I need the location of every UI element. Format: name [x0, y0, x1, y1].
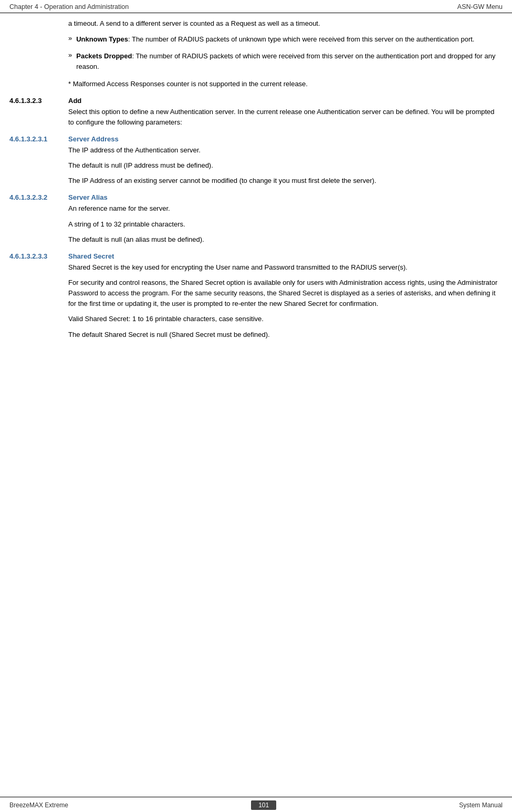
shared-secret-para-1: Shared Secret is the key used for encryp…	[68, 262, 500, 273]
section-461231-title: Server Address	[68, 135, 119, 143]
section-461232-number: 4.6.1.3.2.3.2	[0, 193, 68, 201]
bullet-packets-dropped: » Packets Dropped: The number of RADIUS …	[68, 51, 500, 72]
section-46123-desc: Select this option to define a new Authe…	[68, 107, 500, 128]
term-unknown-types: Unknown Types	[76, 35, 128, 43]
page-footer: BreezeMAX Extreme 101 System Manual	[0, 797, 512, 812]
section-461233-title: Shared Secret	[68, 252, 114, 260]
server-addr-para-2: The default is null (IP address must be …	[68, 160, 500, 171]
section-461232-row: 4.6.1.3.2.3.2 Server Alias	[0, 193, 512, 201]
bullet-desc-1: : The number of RADIUS packets of unknow…	[128, 35, 474, 43]
section-46123-title: Add	[68, 97, 81, 105]
section-461232-title: Server Alias	[68, 193, 108, 201]
term-packets-dropped: Packets Dropped	[76, 52, 132, 60]
bullet-text-2: Packets Dropped: The number of RADIUS pa…	[76, 51, 500, 72]
page-header: Chapter 4 - Operation and Administration…	[0, 0, 512, 13]
bullet-desc-2: : The number of RADIUS packets of which …	[76, 52, 495, 70]
section-461231-row: 4.6.1.3.2.3.1 Server Address	[0, 135, 512, 143]
shared-secret-para-2: For security and control reasons, the Sh…	[68, 277, 500, 309]
intro-para: a timeout. A send to a different server …	[68, 18, 500, 29]
server-alias-para-3: The default is null (an alias must be de…	[68, 234, 500, 245]
footer-manual: System Manual	[459, 801, 503, 809]
section-461232-content: An reference name for the server. A stri…	[68, 203, 500, 244]
header-chapter: Chapter 4 - Operation and Administration	[9, 3, 129, 11]
server-addr-para-3: The IP Address of an existing server can…	[68, 176, 500, 186]
note-line: * Malformed Access Responses counter is …	[68, 79, 500, 89]
section-461231-number: 4.6.1.3.2.3.1	[0, 135, 68, 143]
section-46123-content: Select this option to define a new Authe…	[68, 107, 500, 128]
section-461233-number: 4.6.1.3.2.3.3	[0, 252, 68, 260]
bullet-arrow-2: »	[68, 51, 72, 59]
bullet-unknown-types: » Unknown Types: The number of RADIUS pa…	[68, 34, 500, 45]
server-alias-para-1: An reference name for the server.	[68, 203, 500, 214]
footer-brand: BreezeMAX Extreme	[9, 801, 68, 809]
bullet-arrow-1: »	[68, 34, 72, 42]
section-46123-number: 4.6.1.3.2.3	[0, 97, 68, 105]
server-alias-para-2: A string of 1 to 32 printable characters…	[68, 219, 500, 230]
server-addr-para-1: The IP address of the Authentication ser…	[68, 145, 500, 156]
shared-secret-para-3: Valid Shared Secret: 1 to 16 printable c…	[68, 314, 500, 324]
section-461233-row: 4.6.1.3.2.3.3 Shared Secret	[0, 252, 512, 260]
section-461231-content: The IP address of the Authentication ser…	[68, 145, 500, 186]
footer-page-number: 101	[251, 800, 276, 810]
shared-secret-para-4: The default Shared Secret is null (Share…	[68, 330, 500, 340]
section-461233-content: Shared Secret is the key used for encryp…	[68, 262, 500, 340]
page-content: a timeout. A send to a different server …	[0, 13, 512, 376]
section-46123-row: 4.6.1.3.2.3 Add	[0, 97, 512, 105]
header-section: ASN-GW Menu	[457, 3, 503, 11]
bullet-text-1: Unknown Types: The number of RADIUS pack…	[76, 34, 474, 45]
